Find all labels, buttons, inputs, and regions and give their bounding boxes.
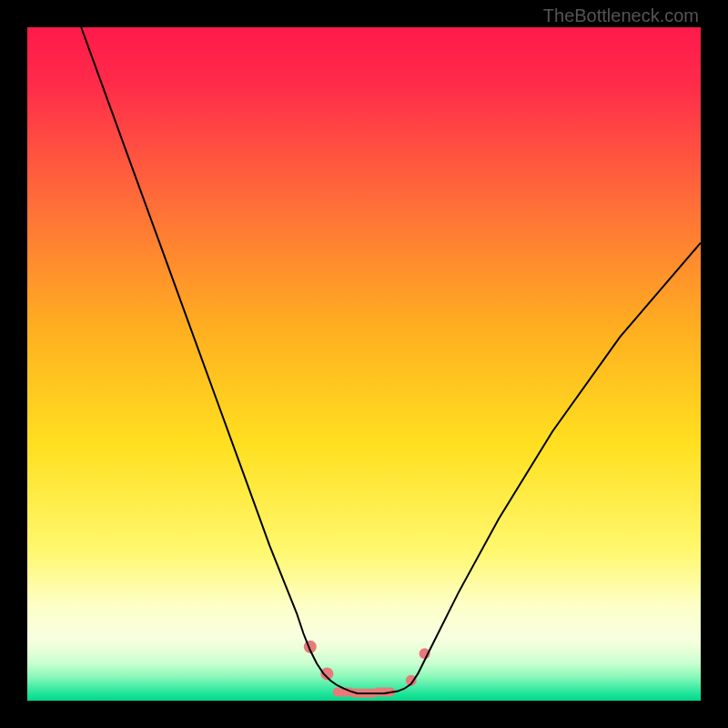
bottleneck-curve	[81, 27, 701, 693]
curve-layer	[27, 27, 701, 701]
plot-area	[27, 27, 701, 701]
markers-group	[304, 641, 430, 698]
watermark-text: TheBottleneck.com	[543, 5, 699, 26]
chart-container: TheBottleneck.com	[0, 0, 728, 728]
